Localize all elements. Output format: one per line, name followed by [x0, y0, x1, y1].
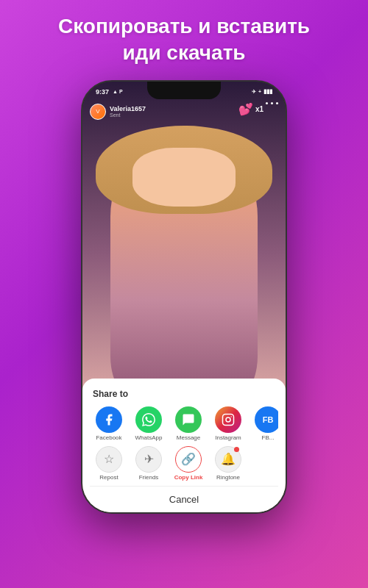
headline-line1: Скопировать и вставить — [58, 15, 310, 37]
share-friends[interactable]: ✈ Friends — [130, 446, 168, 481]
share-instagram[interactable]: Instagram — [209, 406, 247, 442]
ringtone-label: Ringtone — [216, 475, 240, 481]
cancel-button[interactable]: Cancel — [90, 486, 278, 512]
share-fb2[interactable]: FB FB... — [249, 406, 278, 442]
share-copylink[interactable]: 🔗 Copy Link — [169, 446, 208, 481]
message-label: Message — [177, 435, 200, 442]
share-row-2: ☆ Repost ✈ Friends 🔗 Copy Link 🔔 Ring — [90, 446, 278, 481]
svg-point-1 — [226, 417, 230, 422]
repost-label: Repost — [99, 475, 118, 481]
whatsapp-icon — [135, 406, 162, 433]
headline: Скопировать и вставить иди скачать — [51, 13, 317, 67]
heart-count: x1 — [255, 105, 263, 113]
heart-area: 💕 x1 — [238, 102, 263, 116]
copylink-label: Copy Link — [174, 475, 203, 481]
copylink-icon: 🔗 — [175, 446, 202, 473]
repost-icon: ☆ — [96, 446, 122, 473]
friends-icon: ✈ — [135, 446, 162, 473]
ringtone-icon: 🔔 — [215, 446, 241, 473]
user-info: V Valeria1657 Sent — [90, 104, 146, 120]
share-sheet: Share to Facebook WhatsApp — [82, 379, 286, 512]
face — [132, 148, 236, 207]
phone-shell: 9:37 ▲ P ✈ + ▮▮▮ V Valeria1657 Sent — [81, 80, 287, 514]
phone-mockup: 9:37 ▲ P ✈ + ▮▮▮ V Valeria1657 Sent — [81, 80, 287, 521]
friends-label: Friends — [139, 475, 159, 481]
facebook-label: Facebook — [96, 435, 121, 442]
fb2-icon: FB — [255, 406, 278, 433]
fb2-label: FB... — [262, 435, 275, 442]
power-button — [286, 155, 287, 192]
share-ringtone[interactable]: 🔔 Ringtone — [209, 446, 247, 481]
heart-icon: 💕 — [238, 102, 253, 116]
facebook-icon — [96, 406, 122, 433]
phone-notch — [147, 82, 221, 99]
svg-point-2 — [230, 416, 232, 417]
whatsapp-label: WhatsApp — [135, 435, 163, 442]
username: Valeria1657 — [110, 105, 146, 112]
user-subtitle: Sent — [110, 112, 146, 118]
headline-line2: иди скачать — [122, 41, 245, 64]
share-repost[interactable]: ☆ Repost — [90, 446, 128, 481]
share-row-1: Facebook WhatsApp Message — [90, 406, 278, 442]
avatar: V — [90, 104, 106, 120]
share-title: Share to — [90, 389, 278, 399]
svg-rect-0 — [223, 415, 234, 426]
person-silhouette — [110, 133, 258, 412]
share-message[interactable]: Message — [169, 406, 208, 442]
share-facebook[interactable]: Facebook — [90, 406, 128, 442]
instagram-label: Instagram — [215, 435, 241, 442]
video-menu-dots[interactable] — [266, 102, 278, 104]
message-icon — [175, 406, 202, 433]
status-time: 9:37 ▲ P — [96, 88, 123, 96]
instagram-icon — [215, 406, 241, 433]
share-whatsapp[interactable]: WhatsApp — [130, 406, 168, 442]
status-icons: ✈ + ▮▮▮ — [252, 88, 272, 95]
